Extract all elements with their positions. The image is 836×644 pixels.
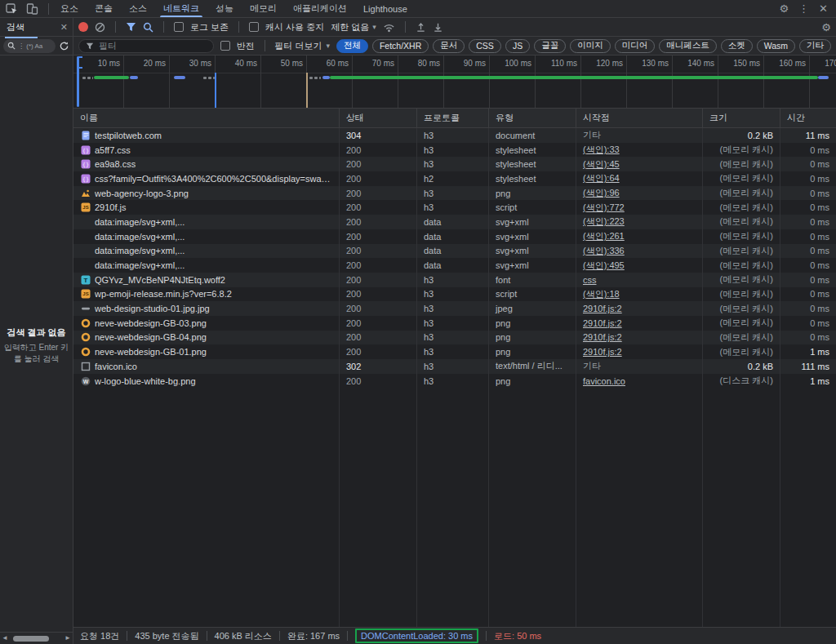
- cell-initiator[interactable]: 2910f.js:2: [576, 301, 702, 316]
- cell-name[interactable]: JS2910f.js: [73, 200, 339, 215]
- filter-input[interactable]: 필터: [78, 39, 214, 53]
- cell-initiator[interactable]: (색인):495: [576, 258, 702, 273]
- cell-initiator[interactable]: (색인):33: [576, 143, 702, 158]
- scrollbar-thumb[interactable]: [13, 636, 49, 642]
- table-row[interactable]: data:image/svg+xml,...200datasvg+xml(색인)…: [73, 258, 836, 273]
- cell-name[interactable]: {}ea9a8.css: [73, 157, 339, 171]
- cell-initiator[interactable]: 2910f.js:2: [576, 331, 702, 345]
- tab-네트워크[interactable]: 네트워크: [155, 0, 207, 17]
- filter-chip-미디어[interactable]: 미디어: [615, 39, 656, 53]
- cell-initiator[interactable]: 2910f.js:2: [576, 344, 702, 359]
- filter-chip-매니페스트[interactable]: 매니페스트: [659, 39, 717, 53]
- refresh-icon[interactable]: [59, 41, 69, 51]
- network-overview-timeline[interactable]: 10 ms20 ms30 ms40 ms50 ms60 ms70 ms80 ms…: [73, 56, 836, 109]
- cell-name[interactable]: data:image/svg+xml,...: [73, 215, 339, 229]
- search-input[interactable]: ⋮ (*) Aa: [3, 39, 56, 53]
- network-conditions-icon[interactable]: [383, 22, 395, 33]
- filter-toggle-icon[interactable]: [126, 22, 136, 32]
- column-header-프로토콜[interactable]: 프로토콜: [416, 109, 488, 127]
- kebab-menu-icon[interactable]: ⋮: [798, 3, 809, 14]
- cell-name[interactable]: neve-webdesign-GB-03.png: [73, 316, 339, 331]
- network-settings-gear-icon[interactable]: ⚙: [821, 22, 831, 33]
- cell-name[interactable]: {}a5ff7.css: [73, 143, 339, 158]
- cell-initiator[interactable]: (색인):64: [576, 171, 702, 186]
- table-row[interactable]: TQGYvz_MVcBeNP4NJtEtq.woff2200h3fontcss(…: [73, 273, 836, 287]
- tab-소스[interactable]: 소스: [121, 0, 155, 17]
- cell-name[interactable]: neve-webdesign-GB-01.png: [73, 344, 339, 359]
- table-row[interactable]: neve-webdesign-GB-04.png200h3png2910f.js…: [73, 331, 836, 345]
- sidebar-horizontal-scrollbar[interactable]: ◄ ►: [0, 632, 73, 644]
- filter-chip-글꼴[interactable]: 글꼴: [534, 39, 566, 53]
- tab-요소[interactable]: 요소: [52, 0, 87, 17]
- tab-search[interactable]: 검색: [5, 19, 26, 36]
- preserve-log-checkbox[interactable]: [174, 22, 184, 32]
- device-toolbar-icon[interactable]: [26, 3, 38, 15]
- cell-name[interactable]: {}css?family=Outfit%3A400%2C600%2C500&di…: [73, 171, 339, 186]
- cell-initiator[interactable]: (색인):96: [576, 186, 702, 201]
- invert-filter-checkbox[interactable]: [220, 41, 230, 51]
- scroll-left-icon[interactable]: ◄: [2, 635, 8, 642]
- filter-chip-전체[interactable]: 전체: [336, 39, 368, 53]
- table-row[interactable]: {}a5ff7.css200h3stylesheet(색인):33(메모리 캐시…: [73, 143, 836, 158]
- cell-initiator[interactable]: (색인):772: [576, 200, 702, 215]
- table-row[interactable]: data:image/svg+xml,...200datasvg+xml(색인)…: [73, 229, 836, 244]
- close-devtools-icon[interactable]: ✕: [819, 3, 828, 14]
- column-header-상태[interactable]: 상태: [339, 109, 416, 127]
- cell-name[interactable]: favicon.ico: [73, 359, 339, 374]
- cell-name[interactable]: JSwp-emoji-release.min.js?ver=6.8.2: [73, 287, 339, 302]
- cell-initiator[interactable]: (색인):336: [576, 244, 702, 259]
- filter-chip-소켓[interactable]: 소켓: [721, 39, 753, 53]
- cell-name[interactable]: TQGYvz_MVcBeNP4NJtEtq.woff2: [73, 273, 339, 287]
- filter-chip-Wasm[interactable]: Wasm: [757, 39, 795, 53]
- table-row[interactable]: neve-webdesign-GB-03.png200h3png2910f.js…: [73, 316, 836, 331]
- table-row[interactable]: data:image/svg+xml,...200datasvg+xml(색인)…: [73, 215, 836, 229]
- cell-initiator[interactable]: (색인):261: [576, 229, 702, 244]
- column-header-시작점[interactable]: 시작점: [576, 109, 702, 127]
- cell-name[interactable]: Ww-logo-blue-white-bg.png: [73, 374, 339, 389]
- export-har-icon[interactable]: [433, 22, 443, 33]
- table-row[interactable]: data:image/svg+xml,...200datasvg+xml(색인)…: [73, 244, 836, 259]
- table-row[interactable]: favicon.ico302h3text/html / 리디...기타0.2 k…: [73, 359, 836, 374]
- column-header-유형[interactable]: 유형: [488, 109, 576, 127]
- search-network-icon[interactable]: [143, 22, 153, 33]
- cell-initiator[interactable]: (색인):223: [576, 215, 702, 229]
- disable-cache-checkbox[interactable]: [249, 22, 259, 32]
- scroll-right-icon[interactable]: ►: [64, 635, 71, 642]
- filter-chip-Fetch/XHR[interactable]: Fetch/XHR: [372, 39, 429, 53]
- cell-initiator[interactable]: favicon.ico: [576, 374, 702, 389]
- table-row[interactable]: Ww-logo-blue-white-bg.png200h3pngfavicon…: [73, 374, 836, 389]
- column-header-이름[interactable]: 이름: [73, 109, 339, 127]
- tab-성능[interactable]: 성능: [207, 0, 242, 17]
- cell-initiator[interactable]: 2910f.js:2: [576, 316, 702, 331]
- filter-chip-CSS[interactable]: CSS: [469, 39, 501, 53]
- cell-name[interactable]: data:image/svg+xml,...: [73, 244, 339, 259]
- cell-initiator[interactable]: css: [576, 273, 702, 287]
- import-har-icon[interactable]: [416, 22, 426, 33]
- cell-initiator[interactable]: (색인):45: [576, 157, 702, 171]
- cell-initiator[interactable]: (색인):18: [576, 287, 702, 302]
- search-option-toggles[interactable]: ⋮ (*) Aa: [18, 42, 42, 50]
- column-header-시간[interactable]: 시간: [780, 109, 836, 127]
- column-header-크기[interactable]: 크기: [702, 109, 780, 127]
- tab-콘솔[interactable]: 콘솔: [87, 0, 121, 17]
- close-search-icon[interactable]: ✕: [60, 22, 68, 33]
- table-row[interactable]: neve-webdesign-GB-01.png200h3png2910f.js…: [73, 344, 836, 359]
- filter-chip-기타[interactable]: 기타: [799, 39, 831, 53]
- filter-chip-문서[interactable]: 문서: [433, 39, 465, 53]
- cell-name[interactable]: data:image/svg+xml,...: [73, 258, 339, 273]
- filter-chip-이미지[interactable]: 이미지: [570, 39, 611, 53]
- tab-애플리케이션[interactable]: 애플리케이션: [285, 0, 355, 17]
- overview-selection-grip[interactable]: [77, 56, 82, 69]
- clear-network-log-button[interactable]: [95, 22, 105, 33]
- table-row[interactable]: {}css?family=Outfit%3A400%2C600%2C500&di…: [73, 171, 836, 186]
- cell-name[interactable]: neve-webdesign-GB-04.png: [73, 331, 339, 345]
- cell-name[interactable]: web-agency-logo-3.png: [73, 186, 339, 201]
- more-filters-dropdown[interactable]: 필터 더보기 ▾: [274, 40, 330, 52]
- tab-Lighthouse[interactable]: Lighthouse: [355, 0, 416, 17]
- cell-name[interactable]: data:image/svg+xml,...: [73, 229, 339, 244]
- table-row[interactable]: web-design-studio-01.jpg.jpg200h3jpeg291…: [73, 301, 836, 316]
- cell-name[interactable]: testpilotweb.com: [73, 128, 339, 143]
- record-network-log-button[interactable]: [78, 22, 88, 32]
- settings-gear-icon[interactable]: ⚙: [779, 3, 789, 14]
- table-row[interactable]: JS2910f.js200h3script(색인):772(메모리 캐시)0 m…: [73, 200, 836, 215]
